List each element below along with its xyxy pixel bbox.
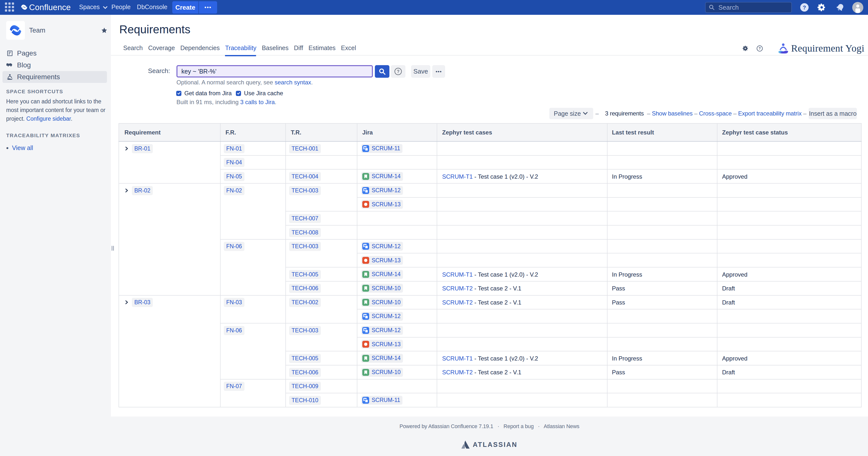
svg-text:?: ? xyxy=(758,47,761,50)
svg-text:?: ? xyxy=(397,69,400,74)
svg-text:?: ? xyxy=(803,4,806,10)
